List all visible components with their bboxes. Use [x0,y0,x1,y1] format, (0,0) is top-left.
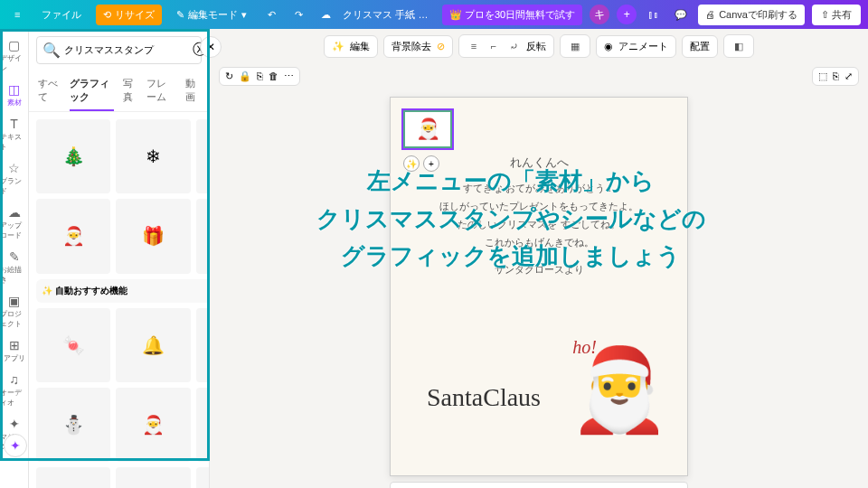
category-tabs: すべてグラフィック写真フレーム動画 [29,71,209,112]
santa-illustration[interactable]: 🎅 [561,322,678,457]
stamp-result[interactable]: ❄ [116,119,190,193]
stamp-result[interactable]: ⛄ [196,199,210,273]
panel-close-button[interactable]: ✕ [200,36,222,58]
stamp-result[interactable]: 🎁 [116,199,190,273]
page-view-actions[interactable]: ⬚⎘⤢ [812,67,859,86]
iconbar-item-1[interactable]: ◫素材 [0,79,28,111]
signature-text[interactable]: SantaClaus [427,383,541,412]
search-field[interactable] [64,45,189,56]
avatar[interactable]: キ [590,5,609,24]
tab-2[interactable]: 写真 [123,71,137,111]
search-input[interactable]: 🔍 ⓧ ☰ [36,36,202,64]
stamp-result[interactable]: ❄ [196,388,210,462]
edit-button[interactable]: ✨編集 [324,35,378,58]
file-button[interactable]: ファイル [34,5,89,25]
undo-icon[interactable]: ↶ [261,5,281,24]
position-button[interactable]: 配置 [682,35,718,58]
tab-3[interactable]: フレーム [146,71,176,111]
document-title[interactable]: クリスマス 手紙 サンタクロース ヴィンテージ クラシック 便箋 … [343,8,434,22]
letter-text[interactable]: れんくんへ すてきな おてがみをありがとう！ ほしがっていたプレゼントをもってき… [418,152,660,278]
iconbar-item-8[interactable]: ♫オーディオ [0,369,28,411]
tab-1[interactable]: グラフィック [70,71,114,111]
try-pro-button[interactable]: 👑 プロを30日間無料で試す [442,5,582,25]
iconbar-item-5[interactable]: ✎お絵描き [0,246,28,288]
add-button[interactable]: + [617,5,637,24]
transparency-button[interactable]: ◧ [723,34,754,58]
line-tools[interactable]: ≡⌐⤾反転 [458,34,554,58]
analytics-icon[interactable]: ⫿⫾ [644,5,664,24]
iconbar-item-7[interactable]: ⊞アプリ [0,334,28,367]
tab-4[interactable]: 動画 [185,71,200,111]
comment-icon[interactable]: 💬 [671,5,691,24]
topbar: ≡ ファイル ⟲リサイズ ✎編集モード▾ ↶ ↷ ☁ クリスマス 手紙 サンタク… [0,0,868,29]
iconbar-item-4[interactable]: ☁アップロード [0,202,28,244]
stamp-result[interactable]: 🚚 [196,467,210,488]
iconbar-item-3[interactable]: ☆ブランド [0,157,28,200]
stamp-result[interactable]: 🎄 [36,119,110,193]
results-grid: 🎄❄🦌🎅🎁⛄✨ 自動おすすめ機能すべて表示🍬🔔🎄⛄🎅❄⛄🎄🚚BEFORE⛄🍭🔴🧦 [29,112,209,488]
iconbar-item-2[interactable]: Tテキスト [0,113,28,155]
auto-recommend[interactable]: ✨ 自動おすすめ機能すべて表示 [36,279,209,303]
redo-icon[interactable]: ↷ [288,5,308,24]
elements-panel: ✕ 🔍 ⓧ ☰ すべてグラフィック写真フレーム動画 🎄❄🦌🎅🎁⛄✨ 自動おすすめ… [29,29,210,488]
add-page-button[interactable]: +ページを追加 [390,482,688,488]
stamp-element[interactable]: 🎅 [403,110,452,148]
print-button[interactable]: 🖨Canvaで印刷する [698,5,805,25]
bgremove-button[interactable]: 背景除去⊘ [383,35,453,58]
canvas-area: ✨編集 背景除去⊘ ≡⌐⤾反転 ▦ ◉アニメート 配置 ◧ ↻🔒⎘🗑⋯ ⬚⎘⤢ … [210,29,868,488]
animate-button[interactable]: ◉アニメート [596,35,676,58]
editmode-button[interactable]: ✎編集モード▾ [169,5,254,25]
ai-fab-button[interactable]: ✦ [4,434,27,457]
stamp-result[interactable]: 🎅 [116,388,190,462]
stamp-result[interactable]: 🦌 [196,119,210,193]
search-icon: 🔍 [42,42,61,59]
iconbar-item-0[interactable]: ▢デザイン [0,34,28,77]
stamp-result[interactable]: ⛄ [36,467,110,488]
share-button[interactable]: ⇧ 共有 [812,5,861,25]
stamp-result[interactable]: 🔔 [116,308,190,382]
stamp-result[interactable]: ⛄ [36,388,110,462]
canvas-page[interactable]: 🎅 ✨ + れんくんへ すてきな おてがみをありがとう！ ほしがっていたプレゼン… [390,97,688,476]
crop-button[interactable]: ▦ [560,34,590,58]
stamp-result[interactable]: 🎄 [116,467,190,488]
stamp-result[interactable]: 🍬 [36,308,110,382]
stamp-result[interactable]: 🎄 [196,308,210,382]
stamp-result[interactable]: 🎅 [36,199,110,273]
menu-button[interactable]: ≡ [7,5,27,23]
cloud-sync-icon[interactable]: ☁ [316,5,335,24]
iconbar-item-6[interactable]: ▣プロジェクト [0,290,28,333]
left-iconbar: ▢デザイン◫素材Tテキスト☆ブランド☁アップロード✎お絵描き▣プロジェクト⊞アプ… [0,29,29,488]
resize-button[interactable]: ⟲リサイズ [96,5,162,25]
context-toolbar: ✨編集 背景除去⊘ ≡⌐⤾反転 ▦ ◉アニメート 配置 ◧ [210,29,868,63]
tab-0[interactable]: すべて [38,71,61,111]
page-actions[interactable]: ↻🔒⎘🗑⋯ [219,67,300,86]
